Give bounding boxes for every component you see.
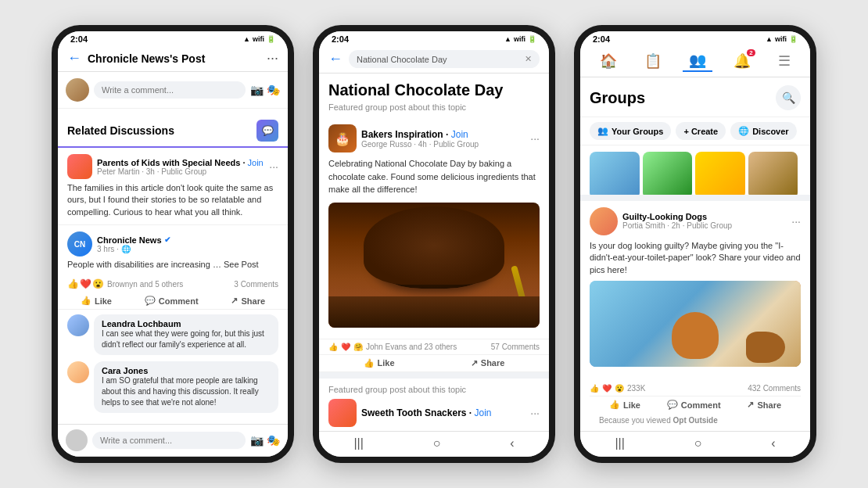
- nav-home-icon[interactable]: ○: [172, 461, 180, 463]
- p3-actions: 👍 Like 💬 Comment ↗ Share: [590, 396, 801, 413]
- group-thumb-vibe[interactable]: Good Vibe Tribe: [643, 152, 693, 188]
- because-text: Because you viewed Opt Outside: [590, 413, 801, 428]
- groups-search-button[interactable]: 🔍: [776, 85, 801, 110]
- bakers-meta: George Russo · 4h · Public Group: [361, 140, 525, 149]
- back-button-2[interactable]: ←: [328, 51, 343, 67]
- comment-count-2: 57 Comments: [491, 343, 540, 351]
- nav-home-icon-3[interactable]: ○: [694, 436, 702, 450]
- action-buttons-1: 👍 Like 💬 Comment ↗ Share: [58, 292, 288, 310]
- signal-icon: ▲: [243, 35, 250, 43]
- group-thumb-cycling[interactable]: Super Cycling Enthusiasts: [590, 152, 640, 188]
- share-button-2[interactable]: ↗ Share: [471, 358, 505, 368]
- nav-notifications[interactable]: 🔔 2: [727, 51, 757, 71]
- nav-menu-icon-2[interactable]: |||: [353, 436, 363, 450]
- groups-title: Groups: [590, 89, 645, 107]
- love-emoji: ❤️: [80, 278, 91, 289]
- dog-post-meta: Guilty-Looking Dogs Portia Smith · 2h · …: [622, 212, 787, 230]
- like-button-3[interactable]: 👍 Like: [609, 400, 640, 410]
- search-bar-2[interactable]: National Chocolate Day ✕: [349, 50, 540, 68]
- your-groups-icon: 👥: [597, 126, 608, 136]
- like-button-2[interactable]: 👍 Like: [364, 358, 395, 368]
- create-group-button[interactable]: + Create: [676, 122, 726, 140]
- cake-base: [328, 296, 540, 328]
- related-discussions: Related Discussions 💬 Parents of Kids wi…: [58, 112, 288, 424]
- camera-icon-bottom[interactable]: 📷: [250, 434, 264, 447]
- dog-post-header: Guilty-Looking Dogs Portia Smith · 2h · …: [590, 207, 801, 235]
- join-link-3[interactable]: Join: [475, 407, 492, 418]
- group-thumb-cook[interactable]: Cook With Leora: [695, 152, 745, 188]
- group-thumbnails: Super Cycling Enthusiasts Good Vibe Trib…: [580, 145, 810, 201]
- comment-icons: 📷 🎭: [250, 84, 280, 96]
- search-header: ← National Chocolate Day ✕: [319, 45, 549, 74]
- comment-row-2: Cara Jones I am SO grateful that more pe…: [67, 361, 278, 413]
- nav-back-icon[interactable]: ‹: [249, 461, 253, 463]
- second-featured-section: Featured group post about this topic Swe…: [319, 372, 549, 432]
- like-button-1[interactable]: 👍 Like: [81, 296, 112, 306]
- top-comment-bar: 📷 🎭: [58, 72, 288, 109]
- bakers-avatar: 🎂: [328, 124, 357, 152]
- reactions-bar-1: 👍 ❤️ 😮 Brownyn and 5 others 3 Comments: [58, 275, 288, 292]
- news-post-meta: Chronicle News ✔ 3 hrs · 🌐: [97, 235, 278, 253]
- back-button-1[interactable]: ←: [67, 50, 81, 66]
- close-icon[interactable]: ✕: [525, 54, 532, 64]
- thumb-img-square: [748, 152, 798, 199]
- comment-button-1[interactable]: 💬 Comment: [145, 296, 199, 306]
- nav-home[interactable]: 🏠: [594, 51, 623, 71]
- commenter-avatar-1: [67, 314, 89, 336]
- sticker-icon[interactable]: 🎭: [267, 84, 280, 96]
- join-link-1[interactable]: Join: [248, 158, 264, 167]
- share-button-1[interactable]: ↗ Share: [231, 296, 265, 306]
- time-3: 2:04: [593, 34, 610, 44]
- like-icon-3: 👍: [609, 400, 620, 410]
- related-discussions-header: Related Discussions 💬: [58, 112, 288, 148]
- nav-menu[interactable]: ☰: [772, 51, 797, 71]
- reaction-emojis-1: 👍 ❤️ 😮: [67, 278, 104, 289]
- share-icon-2: ↗: [471, 358, 478, 368]
- nav-groups[interactable]: 👥: [683, 50, 712, 72]
- news-post-header: CN Chronicle News ✔ 3 hrs · 🌐: [67, 231, 278, 257]
- rd-icon: 💬: [256, 120, 278, 142]
- user-avatar-1: [66, 78, 89, 102]
- comment-icon-1: 💬: [145, 296, 156, 306]
- discussion-more-1[interactable]: ···: [269, 160, 278, 173]
- opt-outside[interactable]: Opt Outside: [673, 416, 718, 425]
- comment-input-bottom[interactable]: [92, 432, 246, 449]
- nav-menu-icon[interactable]: |||: [92, 461, 102, 463]
- status-bar-3: 2:04 ▲ wifi 🔋: [580, 31, 810, 45]
- second-featured-group-row: Sweeth Tooth Snackers · Join ···: [328, 399, 540, 427]
- signal-icon-3: ▲: [766, 35, 773, 43]
- nav-back-icon-3[interactable]: ‹: [771, 436, 775, 450]
- love-emoji-3: ❤️: [602, 384, 612, 393]
- reaction-count-2: John Evans and 23 others: [366, 343, 457, 351]
- nav-home-icon-2[interactable]: ○: [433, 436, 441, 450]
- your-groups-button[interactable]: 👥 Your Groups: [590, 122, 671, 140]
- phone-2: 2:04 ▲ wifi 🔋 ← National Chocolate Day ✕…: [313, 25, 555, 463]
- news-post: CN Chronicle News ✔ 3 hrs · 🌐 People wit…: [58, 225, 288, 275]
- featured-more[interactable]: ···: [530, 132, 540, 145]
- discover-button[interactable]: 🌐 Discover: [730, 122, 796, 140]
- like-emoji: 👍: [67, 278, 79, 289]
- more-menu-1[interactable]: ···: [267, 50, 278, 66]
- reaction-count-3: 233K: [627, 384, 645, 393]
- sweeth-info: Sweeth Tooth Snackers · Join: [361, 407, 525, 418]
- join-link-2[interactable]: Join: [451, 129, 468, 140]
- nav-back-icon-2[interactable]: ‹: [510, 436, 514, 450]
- wow-emoji: 😮: [92, 278, 104, 289]
- second-more[interactable]: ···: [530, 407, 540, 419]
- dog-post-text: Is your dog looking guilty? Maybe giving…: [590, 240, 801, 276]
- dog-more[interactable]: ···: [791, 215, 801, 228]
- comment-bubble-1: Leandra Lochbaum I can see what they wer…: [94, 314, 278, 355]
- featured-group-row: 🎂 Bakers Inspiration · Join George Russo…: [328, 124, 540, 152]
- comment-input-top[interactable]: [94, 81, 246, 99]
- dog-body: [746, 332, 785, 363]
- dog-group-name: Guilty-Looking Dogs: [622, 212, 787, 221]
- share-button-3[interactable]: ↗ Share: [747, 400, 781, 410]
- camera-icon[interactable]: 📷: [250, 84, 264, 96]
- group-thumb-square[interactable]: Squa... Gard...: [748, 152, 798, 188]
- comment-count-1: 3 Comments: [234, 280, 278, 289]
- nav-menu-icon-3[interactable]: |||: [615, 436, 624, 450]
- bottom-nav-1: ||| ○ ‹: [58, 456, 288, 463]
- nav-feed[interactable]: 📋: [638, 51, 668, 71]
- comment-button-3[interactable]: 💬 Comment: [667, 400, 721, 410]
- gif-icon[interactable]: 🎭: [267, 434, 280, 447]
